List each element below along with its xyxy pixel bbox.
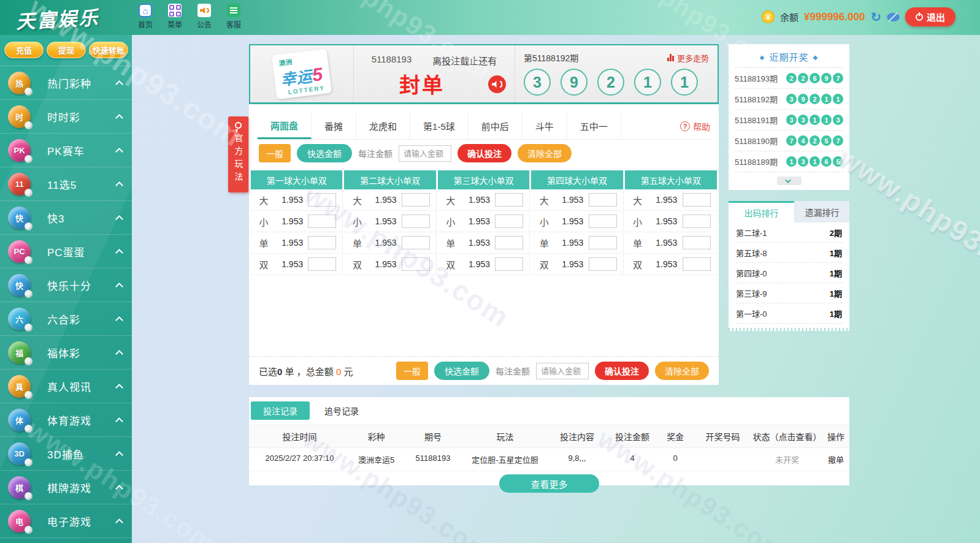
sidebar-item-klsf[interactable]: 快 快乐十分 xyxy=(0,268,132,302)
sidebar-item-live[interactable]: 真 真人视讯 xyxy=(0,370,132,403)
sidebar-item-pk[interactable]: PK PK赛车 xyxy=(0,134,132,167)
bet-cell[interactable]: 小1.953 xyxy=(344,211,435,232)
bet-amount-input[interactable] xyxy=(308,257,336,271)
quick-amount-button[interactable]: 快选金额 xyxy=(434,362,489,380)
bet-amount-input[interactable] xyxy=(495,236,523,249)
view-more-button[interactable]: 查看更多 xyxy=(499,474,599,493)
status[interactable]: 未开奖 xyxy=(752,448,822,471)
withdraw-button[interactable]: 提现 xyxy=(47,42,86,58)
tab-ball-1-5[interactable]: 第1-5球 xyxy=(410,113,469,139)
bet-amount-input[interactable] xyxy=(495,193,523,207)
bet-amount-input[interactable] xyxy=(589,257,617,271)
bet-amount-input[interactable] xyxy=(495,215,523,228)
cancel-bet-link[interactable]: 撤单 xyxy=(822,448,849,471)
bet-cell[interactable]: 大1.953 xyxy=(344,189,435,211)
tab-chase-records[interactable]: 追号记录 xyxy=(324,404,359,417)
sidebar-item-sports[interactable]: 体 体育游戏 xyxy=(0,403,132,437)
expand-recent-draws-button[interactable] xyxy=(777,177,802,185)
sidebar-item-ssc[interactable]: 时 时时彩 xyxy=(0,100,132,134)
sidebar-item-k3[interactable]: 快 快3 xyxy=(0,201,132,235)
sidebar-item-lhc[interactable]: 六 六合彩 xyxy=(0,302,132,336)
bet-cell[interactable]: 单1.953 xyxy=(438,232,529,254)
bet-amount-input[interactable] xyxy=(308,236,336,249)
sidebar-item-boardgames[interactable]: 棋 棋牌游戏 xyxy=(0,471,132,504)
quick-amount-button[interactable]: 快选金额 xyxy=(297,144,352,162)
bet-amount-input[interactable] xyxy=(683,193,711,207)
ranking-row: 第四球-01期 xyxy=(736,263,842,283)
bet-amount-input[interactable] xyxy=(402,257,430,271)
logout-button[interactable]: 退出 xyxy=(905,7,955,26)
amount-input[interactable] xyxy=(399,145,451,162)
bet-cell[interactable]: 单1.953 xyxy=(531,232,622,254)
bet-cell[interactable]: 单1.953 xyxy=(344,232,435,254)
general-mode-button[interactable]: 一般 xyxy=(396,362,428,380)
amount-input[interactable] xyxy=(536,363,589,379)
official-play-ribbon[interactable]: 官方玩法 xyxy=(228,116,248,192)
lottery-ball-icon: 真 xyxy=(8,375,31,398)
bet-amount-input[interactable] xyxy=(402,236,430,249)
number-ball: 2 xyxy=(810,94,820,104)
total-amount: 0 xyxy=(336,366,341,377)
tab-missing-numbers[interactable]: 遗漏排行 xyxy=(794,201,849,222)
watermark: www.php93.com xyxy=(832,140,980,297)
clear-all-button[interactable]: 清除全部 xyxy=(518,144,572,162)
bet-amount-input[interactable] xyxy=(495,257,523,271)
tab-two-sides[interactable]: 两面盘 xyxy=(258,113,312,139)
bet-cell[interactable]: 双1.953 xyxy=(531,254,622,275)
bet-cell[interactable]: 双1.953 xyxy=(438,254,529,275)
help-link[interactable]: ? 帮助 xyxy=(680,113,710,139)
tab-dragon-tiger[interactable]: 龙虎和 xyxy=(356,113,410,139)
nav-service[interactable]: 客服 xyxy=(220,3,248,29)
sidebar-item-slots[interactable]: 电 电子游戏 xyxy=(0,504,132,538)
bet-cell[interactable]: 双1.953 xyxy=(251,254,342,275)
bet-cell[interactable]: 小1.953 xyxy=(251,211,342,232)
sidebar-item-pc[interactable]: PC PC蛋蛋 xyxy=(0,235,132,268)
bet-amount-input[interactable] xyxy=(683,236,711,249)
bet-cell[interactable]: 大1.953 xyxy=(625,189,717,211)
tab-five-pick-one[interactable]: 五中一 xyxy=(567,113,621,139)
nav-announcement[interactable]: 公告 xyxy=(190,3,218,29)
bet-amount-input[interactable] xyxy=(589,236,617,249)
bet-amount-input[interactable] xyxy=(308,215,336,228)
bet-cell[interactable]: 大1.953 xyxy=(531,189,622,211)
tab-fantan[interactable]: 番摊 xyxy=(312,113,356,139)
tab-bet-records[interactable]: 投注记录 xyxy=(251,401,310,420)
bet-cell[interactable]: 小1.953 xyxy=(531,211,622,232)
bet-cell[interactable]: 小1.953 xyxy=(438,211,529,232)
confirm-bet-button[interactable]: 确认投注 xyxy=(457,144,511,162)
bet-cell[interactable]: 大1.953 xyxy=(438,189,529,211)
bet-cell[interactable]: 大1.953 xyxy=(251,189,342,211)
confirm-bet-button[interactable]: 确认投注 xyxy=(595,362,649,380)
sidebar-item-fishing[interactable]: 3D 3D捕鱼 xyxy=(0,437,132,471)
clear-all-button[interactable]: 清除全部 xyxy=(655,362,709,380)
bet-amount-input[interactable] xyxy=(308,193,336,207)
sidebar-item-ftc[interactable]: 福 福体彩 xyxy=(0,336,132,370)
bet-cell[interactable]: 双1.953 xyxy=(344,254,435,275)
nav-menu[interactable]: 菜单 xyxy=(161,3,189,29)
sidebar-item-hot[interactable]: 热 热门彩种 xyxy=(0,66,132,100)
bet-amount-input[interactable] xyxy=(683,257,711,271)
bet-amount-input[interactable] xyxy=(589,215,617,228)
nav-home[interactable]: ⌂ 首页 xyxy=(131,3,159,29)
bet-cell[interactable]: 小1.953 xyxy=(625,211,717,232)
sound-icon[interactable] xyxy=(488,75,506,93)
bet-amount-input[interactable] xyxy=(589,193,617,207)
more-trend-link[interactable]: 更多走势 xyxy=(667,52,709,64)
general-mode-button[interactable]: 一般 xyxy=(259,144,291,162)
bet-cell[interactable]: 双1.953 xyxy=(625,254,717,275)
bet-amount-input[interactable] xyxy=(402,215,430,228)
bet-cell[interactable]: 单1.953 xyxy=(251,232,342,254)
tab-hot-numbers[interactable]: 出码排行 xyxy=(729,201,794,222)
deposit-button[interactable]: 充值 xyxy=(4,42,44,58)
tab-bullfight[interactable]: 斗牛 xyxy=(523,113,567,139)
bet-amount-input[interactable] xyxy=(683,215,711,228)
sidebar-item-11x5[interactable]: 11 11选5 xyxy=(0,167,132,201)
eye-off-icon[interactable] xyxy=(887,13,900,21)
quick-transfer-button[interactable]: 快速转账 xyxy=(89,42,128,58)
tab-front-mid-back[interactable]: 前中后 xyxy=(469,113,523,139)
recent-draws-title: ◆近期开奖◆ xyxy=(735,48,843,68)
bet-amount-input[interactable] xyxy=(402,193,430,207)
bet-cell[interactable]: 单1.953 xyxy=(625,232,717,254)
recent-draw-row: 51188192期 39211 xyxy=(735,89,843,110)
refresh-icon[interactable]: ↻ xyxy=(870,11,881,23)
